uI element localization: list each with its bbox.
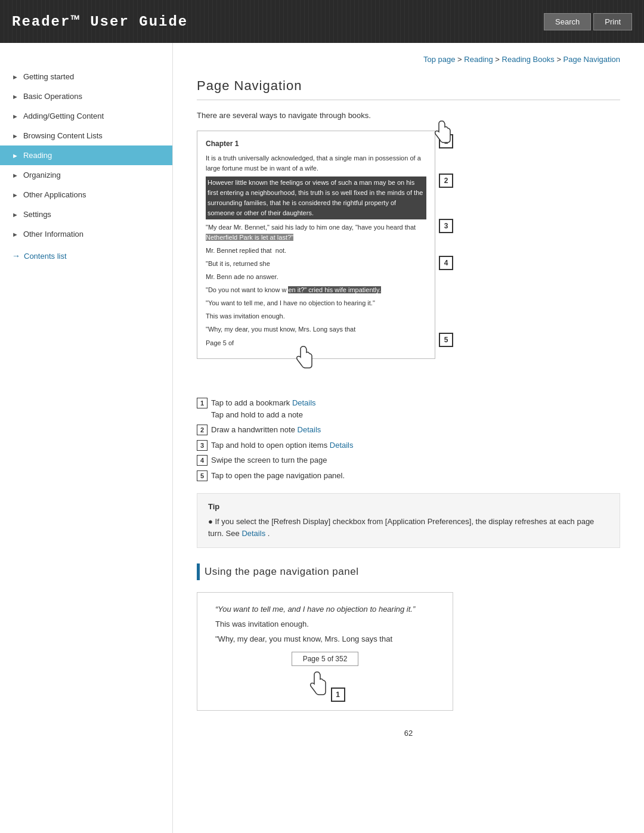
footer: 62 [197, 717, 620, 750]
sidebar-item-browsing-content[interactable]: ► Browsing Content Lists [0, 126, 172, 145]
header: Reader™ User Guide Search Print [0, 0, 644, 43]
details-link-1[interactable]: Details [292, 398, 316, 407]
tip-text: ● If you select the [Refresh Display] ch… [208, 516, 609, 539]
sidebar-item-organizing[interactable]: ► Organizing [0, 165, 172, 185]
arrow-icon: ► [12, 172, 18, 179]
book-p2: However little known the feelings or vie… [206, 176, 426, 219]
sidebar-item-label: Reading [23, 151, 52, 160]
sidebar-item-other-applications[interactable]: ► Other Applications [0, 185, 172, 205]
badge-3: 3 [439, 219, 453, 233]
sidebar-item-basic-operations[interactable]: ► Basic Operations [0, 86, 172, 106]
feature-item-1: 1 Tap to add a bookmark Details Tap and … [197, 397, 620, 420]
book-p1: It is a truth universally acknowledged, … [206, 153, 426, 174]
nav-panel-text2: "Why, my dear, you must know, Mrs. Long … [215, 634, 435, 643]
app-title: Reader™ User Guide [12, 14, 188, 30]
sidebar-item-label: Getting started [23, 72, 74, 81]
badge-5: 5 [439, 333, 453, 347]
sidebar: ► Getting started ► Basic Operations ► A… [0, 43, 173, 833]
contents-list-link[interactable]: → Contents list [0, 244, 172, 268]
breadcrumb-top[interactable]: Top page [423, 55, 456, 64]
sidebar-item-other-info[interactable]: ► Other Information [0, 224, 172, 244]
book-p7: "Do you not want to know w en it?" cried… [206, 285, 426, 295]
sidebar-item-label: Organizing [23, 171, 61, 179]
book-p9: This was invitation enough. [206, 311, 426, 321]
breadcrumb-current[interactable]: Page Navigation [564, 55, 620, 64]
contents-link-label: Contents list [24, 252, 67, 261]
main-layout: ► Getting started ► Basic Operations ► A… [0, 43, 644, 833]
hand-cursor-top [431, 120, 452, 145]
nav-panel-badge-area: 1 [215, 671, 435, 702]
arrow-icon: ► [12, 113, 18, 120]
section-title: Using the page navigation panel [205, 566, 358, 578]
feature-badge-3: 3 [197, 440, 208, 451]
intro-text: There are several ways to navigate throu… [197, 111, 620, 120]
feature-item-4: 4 Swipe the screen to turn the page [197, 454, 620, 466]
feature-item-3: 3 Tap and hold to open option items Deta… [197, 439, 620, 451]
feature-text-4: Swipe the screen to turn the page [211, 454, 620, 466]
arrow-icon: ► [12, 211, 18, 218]
page-number: 62 [404, 729, 413, 738]
details-link-2[interactable]: Details [298, 425, 321, 434]
arrow-icon: ► [12, 191, 18, 199]
hand-cursor-bottom [292, 345, 314, 371]
feature-badge-4: 4 [197, 455, 208, 466]
sidebar-item-reading[interactable]: ► Reading [0, 145, 172, 165]
book-p6: Mr. Benn ade no answer. [206, 272, 426, 282]
book-p10: "Why, my dear, you must know, Mrs. Long … [206, 324, 426, 335]
sidebar-item-label: Basic Operations [23, 92, 82, 101]
book-p5: "But it is, returned she [206, 259, 426, 269]
feature-item-2: 2 Draw a handwritten note Details [197, 424, 620, 436]
sidebar-item-label: Browsing Content Lists [23, 131, 103, 140]
breadcrumb-reading-books[interactable]: Reading Books [502, 55, 555, 64]
arrow-right-icon: → [12, 251, 20, 261]
feature-badge-5: 5 [197, 470, 208, 481]
arrow-icon: ► [12, 152, 18, 159]
hand-cursor-icon [305, 671, 329, 697]
arrow-icon: ► [12, 93, 18, 100]
sidebar-item-label: Other Information [23, 230, 83, 239]
sidebar-item-getting-started[interactable]: ► Getting started [0, 67, 172, 86]
sidebar-item-label: Other Applications [23, 190, 86, 199]
content-area: Top page > Reading > Reading Books > Pag… [173, 43, 644, 833]
details-link-3[interactable]: Details [330, 441, 354, 450]
bullet: ● [208, 517, 215, 526]
breadcrumb: Top page > Reading > Reading Books > Pag… [197, 55, 620, 64]
feature-badge-1: 1 [197, 398, 208, 408]
feature-list: 1 Tap to add a bookmark Details Tap and … [197, 397, 620, 481]
feature-item-5: 5 Tap to open the page navigation panel. [197, 470, 620, 482]
header-buttons: Search Print [544, 13, 632, 30]
book-frame: Chapter 1 It is a truth universally ackn… [197, 131, 435, 359]
sidebar-item-label: Adding/Getting Content [23, 112, 104, 120]
book-page-num: Page 5 of [206, 338, 426, 348]
feature-text-5: Tap to open the page navigation panel. [211, 470, 620, 482]
book-p8: "You want to tell me, and I have no obje… [206, 298, 426, 308]
book-p4: Mr. Bennet replied that not. [206, 246, 426, 256]
sidebar-item-label: Settings [23, 210, 51, 219]
tip-details-link[interactable]: Details [242, 529, 265, 538]
nav-badge-1: 1 [331, 688, 345, 702]
page-nav-button[interactable]: Page 5 of 352 [292, 652, 359, 666]
badge-2: 2 [439, 174, 453, 188]
book-chapter: Chapter 1 [206, 138, 426, 150]
arrow-icon: ► [12, 231, 18, 238]
sidebar-item-adding-content[interactable]: ► Adding/Getting Content [0, 106, 172, 126]
nav-panel-box: “You want to tell me, and I have no obje… [197, 592, 453, 711]
search-button[interactable]: Search [544, 13, 591, 30]
feature-text-3: Tap and hold to open option items Detail… [211, 439, 620, 451]
page-title: Page Navigation [197, 78, 620, 100]
nav-panel-quote: “You want to tell me, and I have no obje… [215, 605, 435, 614]
badge-4: 4 [439, 256, 453, 270]
nav-panel-text1: This was invitation enough. [215, 620, 435, 628]
print-button[interactable]: Print [593, 13, 632, 30]
tip-title: Tip [208, 502, 609, 511]
sidebar-item-settings[interactable]: ► Settings [0, 205, 172, 224]
blue-bar-icon [197, 563, 200, 580]
feature-text-1: Tap to add a bookmark Details Tap and ho… [211, 397, 620, 420]
feature-text-2: Draw a handwritten note Details [211, 424, 620, 436]
book-illustration: Chapter 1 It is a truth universally ackn… [197, 131, 435, 359]
feature-badge-2: 2 [197, 425, 208, 435]
book-p3: "My dear Mr. Bennet," said his lady to h… [206, 222, 426, 243]
breadcrumb-reading[interactable]: Reading [464, 55, 493, 64]
section-heading: Using the page navigation panel [197, 563, 620, 580]
tip-box: Tip ● If you select the [Refresh Display… [197, 493, 620, 548]
